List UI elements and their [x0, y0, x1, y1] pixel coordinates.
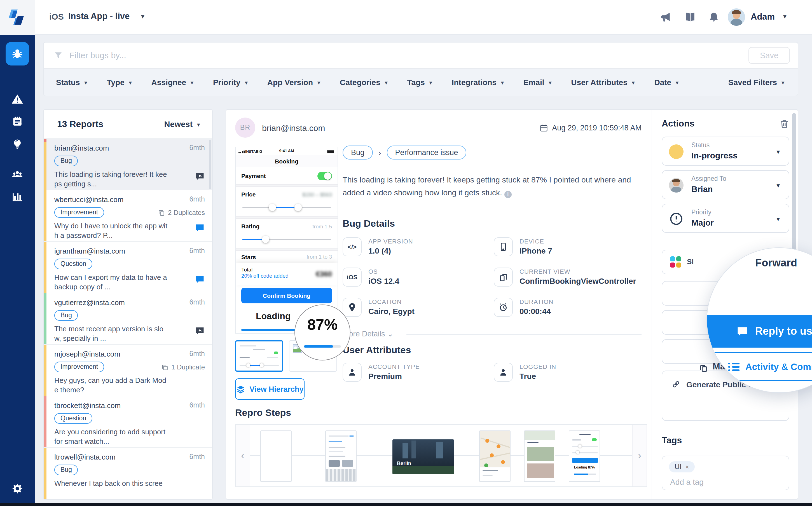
attr-account-type: ACCOUNT TYPEPremium [343, 363, 420, 382]
sidebar-item-feature-requests[interactable] [6, 132, 29, 156]
priority-select[interactable]: Priority Major ▼ [662, 204, 789, 233]
repro-step-berlin[interactable]: Berlin [392, 439, 454, 474]
reports-count: 13 Reports [57, 119, 103, 129]
filter-email[interactable]: Email▼ [523, 78, 553, 87]
chevron-down-icon: ▼ [674, 80, 679, 86]
top-navbar: iOS Insta App - live ▼ Adam ▼ [0, 0, 812, 35]
attachment-thumbnail-selected[interactable] [235, 340, 283, 372]
announcements-icon[interactable] [659, 11, 672, 23]
status-select[interactable]: Status In-progress ▼ [662, 137, 789, 166]
chevron-down-icon[interactable]: ▼ [140, 13, 146, 20]
view-hierarchy-button[interactable]: View Hierarchy [235, 378, 305, 400]
notifications-icon[interactable] [708, 11, 720, 23]
sort-selector[interactable]: Newest▼ [164, 120, 201, 129]
actions-title: Actions [662, 119, 695, 129]
annotation-magnifier: 87% [295, 305, 350, 360]
assignee-select[interactable]: Assigned To Brian ▼ [662, 170, 789, 199]
app-selector[interactable]: Insta App - live [68, 11, 130, 21]
report-type-chip: Question [54, 259, 92, 269]
platform-badge: iOS [49, 12, 64, 21]
phone-screen-title: Booking [236, 155, 338, 167]
bug-screenshot[interactable]: INSTABIG 9:41 AM Booking Payment Price $… [235, 147, 338, 334]
report-preview: Hey guys, can you add a Dark Mode theme? [54, 375, 177, 395]
sidebar-item-crashes[interactable] [6, 87, 29, 111]
replied-icon [195, 326, 205, 336]
sidebar-item-bug-reports[interactable] [6, 42, 29, 66]
repro-step-hotel[interactable] [524, 430, 555, 482]
report-age: 6mth [189, 453, 205, 461]
chevron-down-icon: ▼ [781, 80, 786, 86]
detail-os: iOS OSiOS 12.4 [343, 267, 399, 286]
filter-user-attributes[interactable]: User Attributes▼ [571, 78, 636, 87]
sidebar-item-settings[interactable] [6, 477, 29, 500]
filter-bar: Filter bugs by... Save Status▼ Type▼ Ass… [43, 42, 798, 96]
repro-step-booking[interactable]: Loading 87% [569, 430, 600, 482]
filter-input[interactable]: Filter bugs by... [69, 51, 126, 60]
report-type-chip: Improvement [54, 207, 104, 218]
report-type-chip: Bug [54, 465, 78, 475]
report-list-item[interactable]: mjoseph@insta.com 6mth Improvement 1 Dup… [44, 345, 212, 396]
repro-step-blank[interactable] [260, 430, 292, 482]
screens-icon [494, 267, 513, 286]
report-date: Aug 29, 2019 10:59:48 AM [529, 124, 642, 132]
saved-filters[interactable]: Saved Filters▼ [728, 78, 786, 87]
report-age: 6mth [189, 350, 205, 358]
remove-tag-icon[interactable]: × [685, 463, 689, 470]
report-preview: The most recent app version is slow, spe… [54, 324, 177, 343]
sidebar-item-surveys[interactable] [6, 110, 29, 133]
carousel-next-button[interactable]: › [632, 425, 647, 486]
delete-report-icon[interactable] [779, 119, 789, 129]
report-type-chip[interactable]: Bug [343, 146, 373, 160]
filter-tags[interactable]: Tags▼ [407, 78, 433, 87]
app-logo[interactable] [0, 0, 35, 35]
info-icon[interactable]: i [504, 191, 512, 198]
duplicates-badge: 2 Duplicates [158, 209, 205, 217]
report-list-item[interactable]: wbertucci@insta.com 6mth Improvement 2 D… [44, 190, 212, 242]
layers-icon [236, 385, 245, 394]
report-list-item[interactable]: vgutierrez@insta.com 6mth Bug The most r… [44, 293, 212, 345]
breadcrumb: Bug › Performance issue [343, 146, 467, 160]
user-avatar[interactable] [728, 8, 745, 26]
report-list-item[interactable]: igrantham@insta.com 6mth Question How ca… [44, 242, 212, 293]
add-tag-placeholder: Add a tag [670, 478, 704, 486]
filter-assignee[interactable]: Assignee▼ [151, 78, 194, 87]
users-icon [11, 168, 23, 180]
sidebar-item-analytics[interactable] [6, 185, 29, 208]
filter-priority[interactable]: Priority▼ [213, 78, 249, 87]
docs-icon[interactable] [684, 11, 697, 23]
chevron-down-icon: ▼ [775, 182, 781, 189]
filter-status[interactable]: Status▼ [56, 78, 88, 87]
report-list-item[interactable]: brian@insta.com 6mth Bug This loading is… [44, 139, 212, 190]
status-color-bar [44, 190, 47, 241]
replied-icon [195, 171, 205, 181]
filter-type[interactable]: Type▼ [107, 78, 133, 87]
report-list-item[interactable]: tbrockett@insta.com 6mth Question Are yo… [44, 396, 212, 448]
confirm-booking-button: Confirm Booking [241, 288, 332, 304]
divider [406, 334, 642, 335]
reply-to-user-button[interactable]: Reply to user [707, 315, 812, 348]
filter-date[interactable]: Date▼ [654, 78, 679, 87]
filter-categories[interactable]: Categories▼ [340, 78, 389, 87]
reporter-email: brian@insta.com [54, 144, 109, 152]
status-dot-icon [669, 145, 683, 159]
user-menu[interactable]: Adam [751, 12, 775, 22]
tags-input[interactable]: UI× Add a tag [662, 455, 789, 490]
save-filter-button[interactable]: Save [748, 47, 790, 64]
reports-scrollbar[interactable] [209, 140, 211, 189]
instabug-dashboard: iOS Insta App - live ▼ Adam ▼ [0, 0, 812, 506]
repro-step-map[interactable] [479, 430, 510, 482]
filter-integrations[interactable]: Integrations▼ [452, 78, 505, 87]
chevron-down-icon[interactable]: ▼ [782, 13, 788, 20]
code-icon: </> [343, 237, 361, 256]
detail-current-view: CURRENT VIEWConfirmBookingViewController [494, 267, 636, 286]
report-list-item[interactable]: ltrowell@insta.com 6mth Bug Whenever I t… [44, 448, 212, 499]
chevron-down-icon: ▼ [500, 80, 505, 86]
carousel-prev-button[interactable]: ‹ [236, 425, 250, 486]
repro-step-search[interactable] [325, 430, 356, 482]
report-category-chip[interactable]: Performance issue [387, 146, 466, 160]
tag-chip-ui[interactable]: UI× [669, 461, 695, 473]
repro-steps-carousel: ‹ › Berlin [235, 424, 647, 487]
filter-app-version[interactable]: App Version▼ [267, 78, 321, 87]
sidebar-item-users[interactable] [6, 162, 29, 186]
chevron-down-icon: ▼ [128, 80, 133, 86]
